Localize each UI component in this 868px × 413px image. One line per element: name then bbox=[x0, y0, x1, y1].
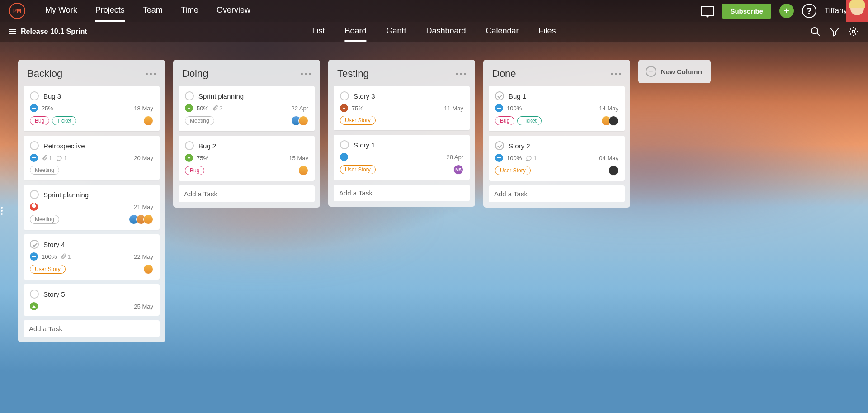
task-card[interactable]: Story 4 100%122 May User Story bbox=[24, 234, 160, 280]
tab-files[interactable]: Files bbox=[539, 22, 556, 42]
card-title: Story 3 bbox=[354, 92, 375, 100]
help-button[interactable]: ? bbox=[802, 4, 816, 18]
avatar bbox=[609, 116, 618, 126]
nav-time[interactable]: Time bbox=[181, 0, 198, 22]
nav-team[interactable]: Team bbox=[143, 0, 163, 22]
card-title: Story 1 bbox=[354, 141, 375, 149]
complete-checkbox[interactable] bbox=[495, 141, 504, 150]
card-title: Bug 2 bbox=[198, 142, 216, 150]
column-menu-icon[interactable] bbox=[301, 73, 311, 75]
user-name: Tiffany bbox=[825, 6, 847, 15]
card-title: Sprint planning bbox=[198, 92, 244, 100]
task-card[interactable]: Story 3 75%11 May User Story bbox=[334, 86, 470, 130]
progress-percent: 75% bbox=[352, 105, 363, 112]
complete-checkbox[interactable] bbox=[185, 91, 194, 100]
tag: Bug bbox=[30, 116, 49, 125]
add-task-input[interactable]: Add a Task bbox=[179, 185, 315, 202]
complete-checkbox[interactable] bbox=[30, 290, 39, 299]
new-column-button[interactable]: +New Column bbox=[638, 60, 711, 83]
subscribe-button[interactable]: Subscribe bbox=[722, 4, 771, 19]
tag: Ticket bbox=[517, 116, 542, 125]
add-task-input[interactable]: Add a Task bbox=[489, 185, 625, 202]
task-card[interactable]: Story 1 28 Apr User StoryMS bbox=[334, 135, 470, 180]
column-menu-icon[interactable] bbox=[456, 73, 466, 75]
task-card[interactable]: Story 5 25 May bbox=[24, 284, 160, 316]
tab-dashboard[interactable]: Dashboard bbox=[426, 22, 466, 42]
menu-icon bbox=[9, 29, 16, 34]
task-card[interactable]: Sprint planning 50%222 Apr Meeting bbox=[179, 86, 315, 131]
filter-icon[interactable] bbox=[829, 26, 840, 37]
tag: Bug bbox=[495, 116, 514, 125]
assignees bbox=[143, 264, 153, 274]
priority-icon bbox=[30, 302, 38, 310]
user-avatar[interactable] bbox=[846, 0, 868, 22]
attachment-count: 2 bbox=[212, 105, 222, 112]
task-card[interactable]: Story 2 100%104 May User Story bbox=[489, 136, 625, 181]
complete-checkbox[interactable] bbox=[30, 91, 39, 100]
assignees bbox=[298, 166, 308, 176]
svg-line-1 bbox=[817, 33, 820, 36]
priority-icon bbox=[30, 104, 38, 112]
due-date: 21 May bbox=[134, 204, 153, 210]
card-title: Bug 1 bbox=[509, 92, 526, 100]
gear-icon[interactable] bbox=[848, 26, 859, 37]
assignees: MS bbox=[453, 165, 463, 175]
project-title-text: Release 10.1 Sprint bbox=[21, 28, 87, 36]
progress-percent: 75% bbox=[197, 155, 208, 161]
assignees bbox=[143, 116, 153, 126]
search-icon[interactable] bbox=[810, 26, 821, 37]
tag: User Story bbox=[495, 166, 531, 175]
complete-checkbox[interactable] bbox=[340, 140, 349, 149]
priority-icon bbox=[340, 104, 348, 112]
complete-checkbox[interactable] bbox=[185, 141, 194, 150]
presentation-icon[interactable] bbox=[701, 6, 714, 16]
add-task-input[interactable]: Add a Task bbox=[24, 320, 160, 337]
task-card[interactable]: Bug 2 75%15 May Bug bbox=[179, 136, 315, 181]
column-title: Backlog bbox=[27, 68, 62, 80]
due-date: 22 Apr bbox=[291, 105, 308, 112]
due-date: 28 Apr bbox=[446, 154, 463, 161]
new-column-label: New Column bbox=[661, 68, 702, 76]
tab-calendar[interactable]: Calendar bbox=[486, 22, 519, 42]
complete-checkbox[interactable] bbox=[30, 190, 39, 199]
tab-list[interactable]: List bbox=[312, 22, 325, 42]
comment-count: 1 bbox=[56, 155, 67, 161]
task-card[interactable]: Sprint planning 21 May Meeting bbox=[24, 185, 160, 230]
complete-checkbox[interactable] bbox=[340, 91, 349, 100]
app-logo[interactable]: PM bbox=[9, 3, 25, 19]
avatar bbox=[298, 116, 308, 126]
avatar bbox=[609, 166, 618, 176]
avatar bbox=[298, 166, 308, 176]
priority-icon bbox=[495, 154, 503, 162]
avatar bbox=[143, 116, 153, 126]
due-date: 04 May bbox=[599, 155, 618, 161]
column-menu-icon[interactable] bbox=[146, 73, 156, 75]
add-button[interactable]: + bbox=[779, 4, 794, 18]
nav-my-work[interactable]: My Work bbox=[45, 0, 77, 22]
assignees bbox=[129, 214, 153, 224]
complete-checkbox[interactable] bbox=[495, 91, 504, 100]
due-date: 20 May bbox=[134, 155, 153, 161]
tag: Meeting bbox=[185, 116, 214, 125]
tab-gantt[interactable]: Gantt bbox=[386, 22, 406, 42]
avatar bbox=[143, 214, 153, 224]
assignees bbox=[291, 116, 308, 126]
project-selector[interactable]: Release 10.1 Sprint bbox=[0, 28, 96, 36]
comment-count: 1 bbox=[525, 155, 537, 161]
task-card[interactable]: Retrospective 1120 May Meeting bbox=[24, 136, 160, 180]
complete-checkbox[interactable] bbox=[30, 141, 39, 150]
task-card[interactable]: Bug 1 100%14 May BugTicket bbox=[489, 86, 625, 131]
complete-checkbox[interactable] bbox=[30, 240, 39, 249]
add-task-input[interactable]: Add a Task bbox=[334, 185, 470, 201]
side-panel-handle[interactable] bbox=[1, 207, 3, 215]
task-card[interactable]: Bug 3 25%18 May BugTicket bbox=[24, 86, 160, 131]
column-title: Doing bbox=[182, 68, 208, 80]
tag: Bug bbox=[185, 166, 204, 175]
nav-overview[interactable]: Overview bbox=[217, 0, 250, 22]
nav-projects[interactable]: Projects bbox=[95, 0, 125, 22]
tab-board[interactable]: Board bbox=[344, 22, 366, 42]
top-navigation-bar: PM My WorkProjectsTeamTimeOverview Subsc… bbox=[0, 0, 868, 22]
assignees bbox=[609, 166, 618, 176]
column-menu-icon[interactable] bbox=[611, 73, 621, 75]
column-title: Testing bbox=[337, 68, 369, 80]
